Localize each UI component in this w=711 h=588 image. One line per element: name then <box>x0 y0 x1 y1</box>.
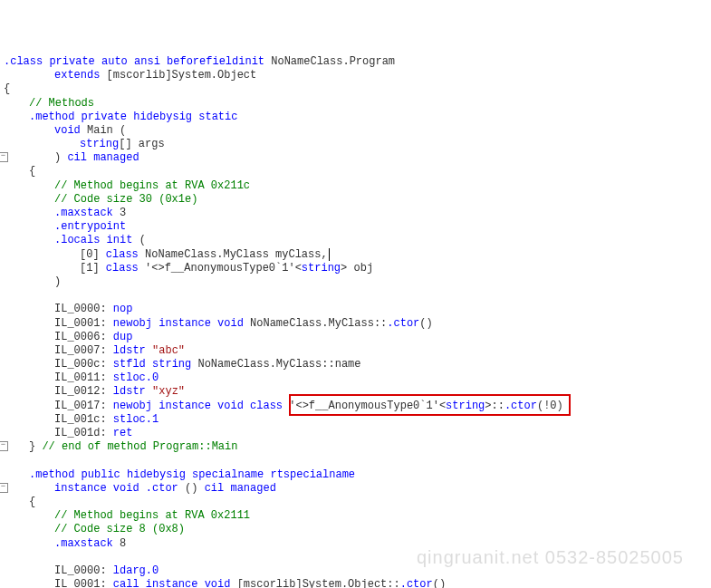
code-line: IL_0012: ldstr "xyz" <box>0 385 711 399</box>
code-token: >:: <box>485 400 504 412</box>
code-token: // end of method Program::Main <box>42 440 237 453</box>
code-token: stloc.1 <box>113 413 159 426</box>
code-token: class <box>106 262 145 275</box>
code-token: IL_0000: <box>54 564 113 577</box>
code-token: IL_0012: <box>54 385 113 398</box>
code-line: // Method begins at RVA 0x211c <box>0 179 711 193</box>
code-line: // Method begins at RVA 0x2111 <box>0 509 711 523</box>
code-line: IL_0006: dup <box>0 331 711 344</box>
code-line: IL_0001: newobj instance void NoNameClas… <box>0 317 711 331</box>
code-token: nop <box>113 303 133 315</box>
code-token: "abc" <box>152 344 185 357</box>
code-token: .ctor <box>400 578 433 588</box>
code-viewer: .class private auto ansi beforefieldinit… <box>0 55 711 588</box>
code-line: } // end of method Program::Main <box>0 440 711 454</box>
code-line: IL_000c: stfld string NoNameClass.MyClas… <box>0 358 711 371</box>
code-line: extends [mscorlib]System.Object <box>0 69 711 82</box>
code-token: [0] <box>80 248 106 261</box>
code-token: extends <box>54 69 107 82</box>
code-line: IL_0011: stloc.0 <box>0 371 711 385</box>
code-token: instance void class <box>159 400 289 412</box>
code-token: instance void <box>159 317 250 330</box>
code-line: .entrypoint <box>0 220 711 234</box>
code-line: { <box>0 165 711 178</box>
code-line: [1] class '<>f__AnonymousType0`1'<string… <box>0 262 711 275</box>
code-token: } <box>29 440 42 453</box>
code-token: instance void .ctor <box>54 482 185 495</box>
code-line: string[] args <box>0 138 711 151</box>
code-line: instance void .ctor () cil managed <box>0 482 711 496</box>
code-line <box>0 551 711 564</box>
code-line: .locals init ( <box>0 234 711 247</box>
code-token: IL_0011: <box>54 371 113 384</box>
code-line: [0] class NoNameClass.MyClass myClass, <box>0 248 711 262</box>
code-line: .maxstack 8 <box>0 537 711 551</box>
code-line: .class private auto ansi beforefieldinit… <box>0 55 711 69</box>
fold-minus-icon[interactable] <box>0 441 8 451</box>
code-token: void <box>54 124 87 137</box>
code-line: // Code size 30 (0x1e) <box>0 193 711 207</box>
code-token: ) <box>54 275 61 288</box>
code-token: ( <box>139 234 146 246</box>
code-line: IL_0000: ldarg.0 <box>0 564 711 578</box>
code-token: IL_0006: <box>54 331 113 343</box>
code-token: IL_001d: <box>54 427 113 439</box>
code-token: NoNameClass.MyClass:: <box>250 317 387 330</box>
code-line: ) <box>0 275 711 289</box>
code-token: stloc.0 <box>113 371 159 384</box>
code-token: ) <box>54 151 67 164</box>
code-line: .maxstack 3 <box>0 207 711 220</box>
code-line: .method public hidebysig specialname rts… <box>0 468 711 482</box>
code-token: "xyz" <box>152 385 185 398</box>
code-token: Main ( <box>87 124 126 137</box>
code-token: // Code size 30 (0x1e) <box>54 193 197 206</box>
code-token: stfld <box>113 358 152 371</box>
code-token: [mscorlib]System.Object:: <box>237 578 400 588</box>
code-token: () <box>419 317 432 330</box>
code-token: string <box>302 262 341 275</box>
code-token: IL_0001: <box>54 578 113 588</box>
code-token: dup <box>113 331 133 343</box>
fold-minus-icon[interactable] <box>0 152 8 162</box>
code-line: IL_0000: nop <box>0 303 711 316</box>
code-token: string <box>152 358 197 371</box>
code-token: > obj <box>341 262 373 275</box>
code-line: void Main ( <box>0 124 711 138</box>
code-token: 3 <box>120 207 126 219</box>
code-token: [mscorlib]System.Object <box>107 69 257 82</box>
code-token: .class private auto ansi beforefieldinit <box>4 55 271 68</box>
code-token: ldstr <box>113 385 152 398</box>
code-token: // Method begins at RVA 0x2111 <box>54 509 250 522</box>
code-token: NoNameClass.Program <box>271 55 395 68</box>
code-token: NoNameClass.MyClass myClass, <box>145 248 328 261</box>
code-line: { <box>0 496 711 509</box>
code-token: () <box>185 482 205 495</box>
code-token: .entrypoint <box>54 220 126 233</box>
code-token: () <box>433 578 446 588</box>
code-token: newobj <box>113 400 159 412</box>
fold-minus-icon[interactable] <box>0 483 8 493</box>
code-token: '<>f__AnonymousType0`1'< <box>289 400 446 412</box>
code-line: // Code size 8 (0x8) <box>0 523 711 536</box>
code-token: ret <box>113 427 133 439</box>
code-token: { <box>29 496 35 508</box>
code-token: IL_0001: <box>54 317 113 330</box>
code-token: { <box>4 82 10 95</box>
code-token: ldstr <box>113 344 152 357</box>
code-token: IL_0017: <box>54 400 113 412</box>
code-token: .method public hidebysig specialname rts… <box>29 468 361 481</box>
code-line: .method private hidebysig static <box>0 111 711 124</box>
code-token: newobj <box>113 317 159 330</box>
code-token: string <box>446 400 485 412</box>
code-token: (!0) <box>537 400 563 412</box>
code-line: ) cil managed <box>0 151 711 165</box>
code-token: [1] <box>80 262 106 275</box>
code-token: '<>f__AnonymousType0`1'< <box>145 262 302 275</box>
code-token: ldarg.0 <box>113 564 159 577</box>
code-token: class <box>106 248 145 261</box>
code-token: IL_000c: <box>54 358 113 371</box>
code-token: .ctor <box>387 317 419 330</box>
code-token: .locals init <box>54 234 139 246</box>
code-token: IL_001c: <box>54 413 113 426</box>
code-line <box>0 454 711 468</box>
